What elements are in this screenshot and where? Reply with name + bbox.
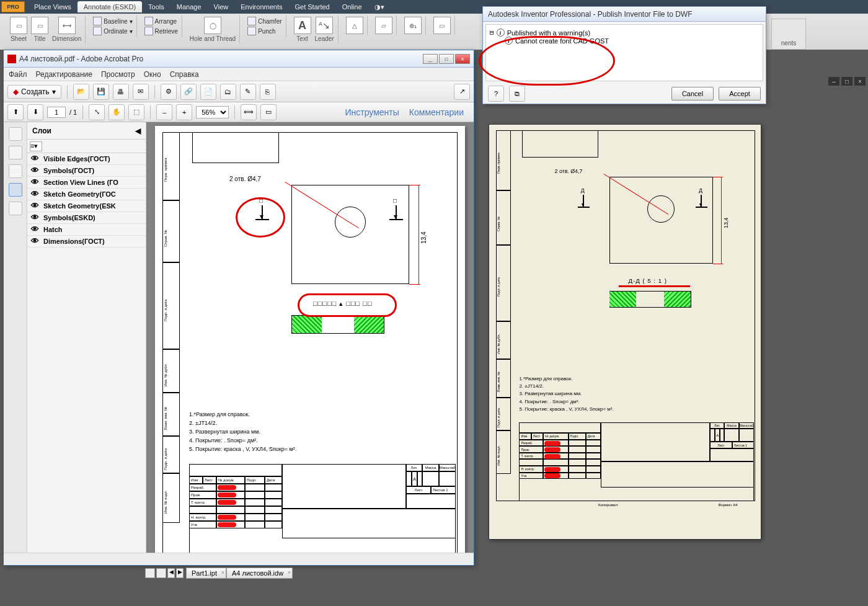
eye-icon[interactable]: 👁 — [31, 155, 40, 163]
eye-icon[interactable]: 👁 — [31, 167, 40, 174]
expand-icon[interactable]: ↗ — [454, 84, 470, 100]
note-line: 4. Покрытие: . Sпокр= дм². — [189, 437, 258, 443]
tab-online[interactable]: Online — [336, 1, 368, 12]
layer-row[interactable]: 👁Hatch — [27, 224, 146, 236]
ribbon-dimension[interactable]: ⟷Dimension — [52, 17, 81, 42]
menu-view[interactable]: Просмотр — [101, 70, 135, 79]
stamp-icon[interactable]: 🗂 — [220, 84, 236, 100]
thumbnails-icon[interactable] — [9, 127, 22, 141]
ribbon-text[interactable]: AText — [294, 17, 311, 42]
layer-row[interactable]: 👁Section View Lines (ГО — [27, 177, 146, 189]
marquee-icon[interactable]: ⬚ — [128, 104, 144, 120]
sign-icon[interactable]: ✎ — [240, 84, 256, 100]
acrobat-canvas[interactable]: Перв. примен.Справ. №Подп. и датаИнв. № … — [146, 122, 474, 553]
save-icon[interactable]: 💾 — [93, 84, 109, 100]
ribbon-arrange[interactable]: Arrange — [144, 17, 178, 25]
page-up-icon[interactable]: ⬆ — [7, 104, 24, 120]
filetab-next-icon[interactable]: ▶ — [176, 568, 184, 578]
fit-width-icon[interactable]: ⟺ — [241, 104, 257, 120]
ribbon-baseline[interactable]: Baseline ▾ — [93, 17, 132, 25]
open-icon[interactable]: 📂 — [73, 84, 89, 100]
dwf-help-icon[interactable]: ? — [488, 86, 504, 102]
layers-collapse-icon[interactable]: ◀ — [135, 127, 141, 135]
acro-close-button[interactable]: ✕ — [455, 54, 470, 64]
ribbon-title[interactable]: ▭Title — [31, 17, 48, 42]
link-icon[interactable]: 🔗 — [180, 84, 197, 100]
tab-view[interactable]: View — [208, 1, 235, 12]
tab-extra-icon[interactable]: ◑▾ — [368, 1, 391, 13]
tab-place-views[interactable]: Place Views — [28, 1, 78, 12]
tab-environments[interactable]: Environments — [234, 1, 288, 12]
layer-row[interactable]: 👁Visible Edges(ГОСТ) — [27, 153, 146, 165]
ribbon-misc1[interactable]: △ — [346, 17, 363, 34]
zoom-out-icon[interactable]: – — [156, 104, 172, 120]
filetab-prev-icon[interactable]: ◀ — [167, 568, 175, 578]
layers-icon[interactable] — [9, 183, 22, 197]
print-icon[interactable]: 🖶 — [113, 84, 129, 100]
eye-icon[interactable]: 👁 — [31, 202, 40, 210]
layer-row[interactable]: 👁Sketch Geometry(ESK — [27, 200, 146, 212]
layer-row[interactable]: 👁Symbols(ГОСТ) — [27, 165, 146, 177]
gear-icon[interactable]: ⚙ — [161, 84, 177, 100]
eye-icon[interactable]: 👁 — [31, 214, 40, 221]
menu-edit[interactable]: Редактирование — [36, 70, 92, 79]
tab-getstarted[interactable]: Get Started — [288, 1, 335, 12]
ribbon-misc2[interactable]: ▱ — [375, 17, 392, 34]
bookmarks-icon[interactable] — [9, 146, 22, 159]
hand-icon[interactable]: ✋ — [108, 104, 125, 120]
doc-max[interactable]: □ — [841, 77, 852, 86]
mail-icon[interactable]: ✉ — [133, 84, 149, 100]
page-number-input[interactable] — [47, 107, 66, 118]
ribbon-retrieve[interactable]: Retrieve — [144, 27, 178, 35]
acro-min-button[interactable]: _ — [423, 54, 438, 64]
close-icon[interactable]: × — [288, 569, 291, 576]
layer-row[interactable]: 👁Symbols(ESKD) — [27, 212, 146, 224]
fit-page-icon[interactable]: ▭ — [260, 104, 277, 120]
ribbon-chamfer[interactable]: Chamfer — [247, 17, 281, 25]
ribbon-punch[interactable]: Punch — [247, 27, 281, 35]
doc-close[interactable]: × — [854, 77, 866, 86]
ribbon-misc3[interactable]: ⊕₁ — [404, 17, 422, 34]
select-icon[interactable]: ⤡ — [89, 104, 105, 120]
ribbon-ordinate[interactable]: Ordinate ▾ — [93, 27, 132, 35]
ribbon-sheet[interactable]: ▭Sheet — [10, 17, 27, 42]
filetab-a4[interactable]: А4 листовой.idw× — [226, 568, 293, 579]
filetab-icon[interactable] — [156, 568, 166, 578]
eye-icon[interactable]: 👁 — [31, 226, 40, 233]
eye-icon[interactable]: 👁 — [31, 238, 40, 245]
dwf-copy-icon[interactable]: ⧉ — [509, 86, 525, 102]
layer-row[interactable]: 👁Sketch Geometry(ГОС — [27, 189, 146, 200]
zoom-in-icon[interactable]: + — [176, 104, 192, 120]
attachments-icon[interactable] — [9, 164, 22, 178]
tab-annotate[interactable]: Annotate (ESKD) — [78, 1, 142, 12]
doc-min[interactable]: – — [828, 77, 839, 86]
tab-manage[interactable]: Manage — [170, 1, 208, 12]
layers-options-icon[interactable]: ≡▾ — [30, 141, 42, 151]
dwf-preview[interactable]: Перв. примен.Справ. №Подп. и датаИнв. № … — [489, 124, 761, 540]
page-down-icon[interactable]: ⬇ — [27, 104, 43, 120]
menu-file[interactable]: Файл — [9, 70, 27, 79]
zoom-select[interactable]: 56% — [196, 106, 229, 118]
create-button[interactable]: ◆Создать ▾ — [7, 85, 61, 99]
dwf-cancel-button[interactable]: Cancel — [671, 87, 714, 100]
ribbon-hole[interactable]: ◯Hole and Thread — [190, 17, 236, 42]
misc-icon[interactable]: ⎘ — [260, 84, 276, 100]
doc-icon[interactable]: 📄 — [200, 84, 216, 100]
close-icon[interactable]: × — [221, 569, 224, 576]
dwf-accept-button[interactable]: Accept — [719, 87, 761, 100]
ribbon-misc4[interactable]: ▭ — [433, 17, 451, 34]
filetab-part1[interactable]: Part1.ipt× — [186, 568, 226, 579]
tools-tab[interactable]: Инструменты — [345, 107, 399, 117]
signatures-icon[interactable] — [9, 202, 22, 215]
menu-window[interactable]: Окно — [144, 70, 161, 79]
eye-icon[interactable]: 👁 — [31, 179, 40, 186]
eye-icon[interactable]: 👁 — [31, 190, 40, 198]
layer-row[interactable]: 👁Dimensions(ГОСТ) — [27, 236, 146, 247]
dwf-warning-root[interactable]: ⊟iPublished with a warning(s) — [490, 29, 759, 37]
filetab-icon[interactable] — [145, 568, 155, 578]
menu-help[interactable]: Справка — [170, 70, 199, 79]
ribbon-leader[interactable]: ᴬ↘Leader — [315, 17, 334, 42]
acro-max-button[interactable]: ☐ — [439, 54, 454, 64]
comments-tab[interactable]: Комментарии — [409, 107, 464, 117]
tab-tools[interactable]: Tools — [142, 1, 170, 12]
